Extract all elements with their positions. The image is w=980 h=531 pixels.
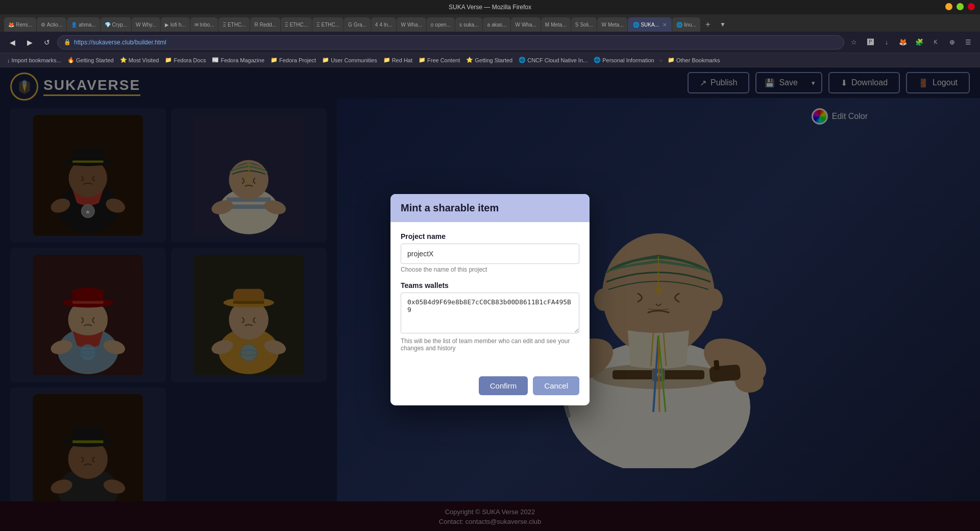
teams-wallets-hint: This will be the list of team member who… bbox=[401, 337, 579, 352]
url-text: https://sukaverse.club/builder.html bbox=[74, 39, 166, 46]
modal-body: Project name Choose the name of this pro… bbox=[390, 222, 590, 370]
tab[interactable]: W Wha... bbox=[511, 17, 540, 32]
tab-active[interactable]: 🌐 SUKA... ✕ bbox=[628, 17, 672, 32]
tab[interactable]: ▶ lofi h... bbox=[161, 17, 189, 32]
tab[interactable]: ⚙ Actio... bbox=[37, 17, 67, 32]
bookmarks-bar: ↓Import bookmarks... 🔥Getting Started ⭐M… bbox=[0, 53, 980, 67]
nav-bar: ◀ ▶ ↺ 🔒 https://sukaverse.club/builder.h… bbox=[0, 32, 980, 53]
bookmark-getting-started-2[interactable]: ⭐Getting Started bbox=[463, 56, 516, 64]
ext-btn-2[interactable]: ⊕ bbox=[945, 36, 959, 49]
tabs-bar: 🦊 Remi... ⚙ Actio... 👤 ahma... 💎 Cryp...… bbox=[0, 14, 980, 32]
cancel-button[interactable]: Cancel bbox=[533, 376, 579, 395]
teams-wallets-group: Teams wallets 0x05B4d9F69e8b8E7cC0CB83b0… bbox=[401, 281, 579, 352]
browser-title: SUKA Verse — Mozilla Firefox bbox=[449, 4, 531, 11]
bookmark-getting-started[interactable]: 🔥Getting Started bbox=[64, 56, 117, 64]
tab[interactable]: R Redd... bbox=[250, 17, 280, 32]
tab[interactable]: s suka... bbox=[455, 17, 482, 32]
tab[interactable]: Ξ ETHC... bbox=[218, 17, 250, 32]
menu-btn[interactable]: ☰ bbox=[962, 36, 975, 49]
tab[interactable]: Ξ ETHC... bbox=[312, 17, 344, 32]
tab[interactable]: o open... bbox=[427, 17, 455, 32]
project-name-label: Project name bbox=[401, 232, 579, 240]
tab[interactable]: W Meta... bbox=[597, 17, 627, 32]
minimize-btn[interactable] bbox=[945, 3, 952, 10]
bookmark-fedora-docs[interactable]: 📁Fedora Docs bbox=[162, 56, 209, 64]
modal-dialog: Mint a sharable item Project name Choose… bbox=[390, 194, 590, 405]
bookmark-fedora-proj[interactable]: 📁Fedora Project bbox=[267, 56, 319, 64]
tab[interactable]: G Gra... bbox=[344, 17, 371, 32]
project-name-hint: Choose the name of this project bbox=[401, 266, 579, 273]
tab[interactable]: Ξ ETHC... bbox=[281, 17, 312, 32]
tab[interactable]: W Wha... bbox=[397, 17, 426, 32]
bookmark-star-btn[interactable]: ☆ bbox=[847, 36, 861, 49]
tab[interactable]: 🌐 linu... bbox=[672, 17, 700, 32]
bookmark-personal-info[interactable]: 🌐Personal Information bbox=[591, 56, 657, 64]
tab[interactable]: 💎 Cryp... bbox=[101, 17, 131, 32]
confirm-button[interactable]: Confirm bbox=[479, 376, 528, 395]
tab[interactable]: 👤 ahma... bbox=[67, 17, 100, 32]
modal-title: Mint a sharable item bbox=[401, 202, 499, 213]
ext-btn-1[interactable]: K bbox=[929, 36, 942, 49]
download-btn[interactable]: ↓ bbox=[880, 36, 893, 49]
tab[interactable]: a akas... bbox=[483, 17, 510, 32]
tab[interactable]: S Soli... bbox=[571, 17, 597, 32]
bookmark-free-content[interactable]: 📁Free Content bbox=[415, 56, 463, 64]
tab-list-btn[interactable]: ▼ bbox=[716, 17, 730, 32]
address-bar[interactable]: 🔒 https://sukaverse.club/builder.html bbox=[57, 35, 844, 50]
reload-btn[interactable]: ↺ bbox=[40, 35, 54, 50]
tab[interactable]: ✉ Inbo... bbox=[190, 17, 218, 32]
tab[interactable]: M Meta... bbox=[541, 17, 571, 32]
modal-header: Mint a sharable item bbox=[390, 194, 590, 222]
project-name-group: Project name Choose the name of this pro… bbox=[401, 232, 579, 273]
bookmark-user-comm[interactable]: 📁User Communities bbox=[319, 56, 380, 64]
bookmark-fedora-mag[interactable]: 📰Fedora Magazine bbox=[209, 56, 267, 64]
project-name-input[interactable] bbox=[401, 244, 579, 264]
bookmark-cncf[interactable]: 🌐CNCF Cloud Native In... bbox=[516, 56, 591, 64]
teams-wallets-input[interactable]: 0x05B4d9F69e8b8E7cC0CB83b00D8611B1cFA495… bbox=[401, 293, 579, 333]
title-bar: SUKA Verse — Mozilla Firefox bbox=[0, 0, 980, 14]
bookmark-import[interactable]: ↓Import bookmarks... bbox=[4, 56, 64, 64]
pocket-btn[interactable]: 🅿 bbox=[864, 36, 877, 49]
back-btn[interactable]: ◀ bbox=[5, 35, 19, 50]
bookmark-other[interactable]: 📁Other Bookmarks bbox=[665, 56, 723, 64]
extensions-puzzle-btn[interactable]: 🧩 bbox=[913, 36, 926, 49]
profile-btn[interactable]: 🦊 bbox=[896, 36, 910, 49]
bookmark-separator: » bbox=[659, 57, 663, 63]
bookmark-most-visited[interactable]: ⭐Most Visited bbox=[117, 56, 162, 64]
tab[interactable]: 4 4 In... bbox=[371, 17, 397, 32]
tab[interactable]: W Why... bbox=[132, 17, 160, 32]
bookmark-red-hat[interactable]: 📁Red Hat bbox=[380, 56, 415, 64]
tab[interactable]: 🦊 Remi... bbox=[4, 17, 36, 32]
modal-overlay: Mint a sharable item Project name Choose… bbox=[0, 67, 980, 531]
maximize-btn[interactable] bbox=[957, 3, 964, 10]
lock-icon: 🔒 bbox=[64, 39, 71, 45]
modal-footer: Confirm Cancel bbox=[390, 370, 590, 405]
teams-wallets-label: Teams wallets bbox=[401, 281, 579, 289]
close-btn[interactable] bbox=[968, 3, 975, 10]
forward-btn[interactable]: ▶ bbox=[22, 35, 37, 50]
browser-chrome: SUKA Verse — Mozilla Firefox 🦊 Remi... ⚙… bbox=[0, 0, 980, 67]
new-tab-btn[interactable]: + bbox=[701, 17, 715, 32]
page-content: SUKAVERSE ↗ Publish 💾 Save ▾ ⬇ Download … bbox=[0, 67, 980, 531]
